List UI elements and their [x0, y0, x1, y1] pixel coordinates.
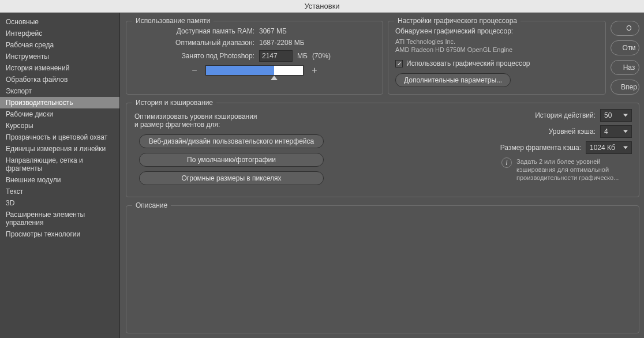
- available-ram-label: Доступная память RAM:: [133, 27, 254, 35]
- preset-default-button[interactable]: По умолчанию/фотографии: [139, 153, 324, 167]
- cache-info-text: Задать 2 или более уровней кэширования д…: [516, 157, 632, 182]
- use-gpu-checkbox[interactable]: ✓: [395, 60, 403, 67]
- optimal-range-label: Оптимальный диапазон:: [133, 39, 254, 47]
- sidebar-item-tech-previews[interactable]: Просмотры технологии: [0, 228, 119, 240]
- slider-increase-button[interactable]: +: [309, 65, 320, 76]
- check-icon: ✓: [397, 61, 402, 67]
- gpu-legend: Настройки графического процессора: [394, 17, 521, 25]
- sidebar-item-interface[interactable]: Интерфейс: [0, 28, 119, 39]
- description-group: Описание: [126, 205, 639, 333]
- gpu-settings-group: Настройки графического процессора Обнару…: [388, 21, 606, 95]
- used-ram-label: Занято под Photoshop:: [133, 52, 254, 60]
- sidebar-item-plugins[interactable]: Внешние модули: [0, 174, 119, 186]
- sidebar-item-file-handling[interactable]: Обработка файлов: [0, 74, 119, 85]
- history-cache-group: История и кэширование Оптимизировать уро…: [126, 103, 639, 197]
- sidebar-item-tools[interactable]: Инструменты: [0, 51, 119, 62]
- sidebar-item-units[interactable]: Единицы измерения и линейки: [0, 143, 119, 155]
- sidebar-item-history-log[interactable]: История изменений: [0, 62, 119, 74]
- memory-legend: Использование памяти: [132, 17, 214, 25]
- used-ram-percent: (70%): [312, 52, 331, 60]
- next-button[interactable]: Впер: [611, 80, 639, 95]
- dialog-buttons: О Отм Наз Впер: [611, 17, 639, 95]
- slider-thumb-icon[interactable]: [271, 76, 278, 80]
- info-icon: i: [501, 157, 512, 168]
- sidebar-item-3d[interactable]: 3D: [0, 197, 119, 209]
- gpu-advanced-button[interactable]: Дополнительные параметры...: [395, 73, 511, 87]
- memory-usage-group: Использование памяти Доступная память RA…: [126, 21, 383, 95]
- back-button[interactable]: Наз: [611, 60, 639, 75]
- cache-levels-label: Уровней кэша:: [549, 127, 596, 136]
- optimal-range-value: 1687-2208 МБ: [259, 39, 305, 47]
- cache-levels-select[interactable]: 4: [600, 125, 632, 138]
- sidebar-item-enhanced-controls[interactable]: Расширенные элементы управления: [0, 209, 119, 228]
- sidebar: Основные Интерфейс Рабочая среда Инструм…: [0, 13, 120, 338]
- gpu-detected-label: Обнаружен графический процессор:: [395, 27, 598, 35]
- sidebar-item-general[interactable]: Основные: [0, 16, 119, 28]
- sidebar-item-scratch-disks[interactable]: Рабочие диски: [0, 108, 119, 120]
- gpu-model: AMD Radeon HD 6750M OpenGL Engine: [395, 46, 598, 54]
- history-states-select[interactable]: 50: [600, 109, 632, 122]
- history-states-label: История действий:: [535, 111, 596, 119]
- slider-decrease-button[interactable]: −: [189, 65, 200, 76]
- history-legend: История и кэширование: [132, 99, 216, 107]
- sidebar-item-workspace[interactable]: Рабочая среда: [0, 39, 119, 51]
- memory-slider[interactable]: [205, 65, 304, 76]
- sidebar-item-guides[interactable]: Направляющие, сетка и фрагменты: [0, 155, 119, 174]
- sidebar-item-cursors[interactable]: Курсоры: [0, 120, 119, 132]
- used-ram-input[interactable]: [259, 50, 293, 62]
- sidebar-item-export[interactable]: Экспорт: [0, 85, 119, 97]
- slider-fill: [206, 66, 274, 75]
- preset-huge-button[interactable]: Огромные размеры в пикселях: [139, 171, 324, 185]
- preset-web-button[interactable]: Веб-дизайн/дизайн пользовательского инте…: [139, 134, 324, 148]
- description-legend: Описание: [132, 201, 171, 209]
- used-ram-unit: МБ: [297, 52, 308, 60]
- sidebar-item-type[interactable]: Текст: [0, 186, 119, 197]
- optimize-label-1: Оптимизировать уровни кэширования: [134, 112, 330, 121]
- gpu-vendor: ATI Technologies Inc.: [395, 37, 598, 46]
- cancel-button[interactable]: Отм: [611, 40, 639, 55]
- sidebar-item-performance[interactable]: Производительность: [0, 97, 119, 108]
- window-title: Установки: [0, 0, 644, 13]
- sidebar-item-transparency[interactable]: Прозрачность и цветовой охват: [0, 132, 119, 143]
- cache-tile-size-label: Размер фрагмента кэша:: [500, 144, 581, 152]
- cache-tile-size-select[interactable]: 1024 Кб: [586, 141, 632, 154]
- ok-button[interactable]: О: [611, 21, 639, 36]
- use-gpu-label: Использовать графический процессор: [406, 59, 530, 67]
- optimize-label-2: и размер фрагментов для:: [134, 121, 330, 129]
- available-ram-value: 3067 МБ: [259, 27, 287, 35]
